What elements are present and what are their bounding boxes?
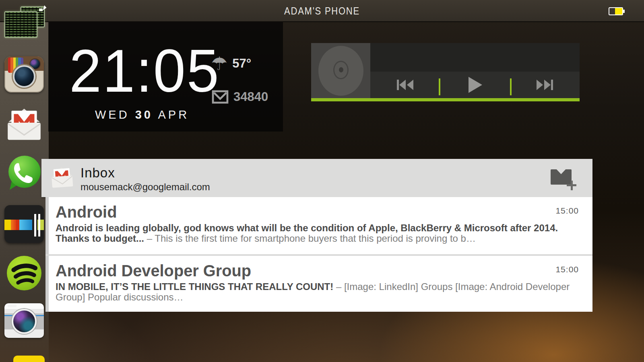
inbox-title: Inbox (80, 165, 115, 181)
email-time: 15:00 (555, 265, 579, 274)
email-snippet: – This is the first time for smartphone … (147, 233, 476, 244)
gmail-envelope-icon (212, 90, 229, 104)
clock-widget[interactable]: 21:05 WED 30 APR ☂ 57° 34840 (48, 22, 283, 132)
email-time: 15:00 (555, 206, 579, 216)
email-row[interactable]: Android Developer Group 15:00 IN MOBILE,… (49, 256, 592, 312)
gmail-app-icon[interactable] (4, 105, 44, 142)
email-sender: Android (56, 203, 117, 222)
email-preview: Android is leading globally, god knows w… (56, 223, 570, 244)
weather-summary[interactable]: ☂ 57° (211, 54, 251, 73)
previous-track-icon (396, 78, 415, 92)
home-screen: ADAM'S PHONE (0, 0, 644, 362)
gmail-widget-header[interactable]: Inbox mousemack@googlemail.com (41, 159, 592, 197)
playback-controls (370, 72, 580, 98)
playback-progress-bar[interactable] (311, 98, 580, 101)
battery-icon (609, 7, 623, 15)
spotify-app-icon[interactable] (4, 255, 44, 292)
terminal-app-icon[interactable] (4, 6, 44, 39)
camera-app-icon[interactable] (4, 303, 44, 338)
compose-new-email-icon (551, 169, 572, 185)
instagram-app-icon[interactable] (4, 56, 44, 93)
album-art[interactable] (311, 43, 370, 98)
email-preview: IN MOBILE, IT’S THE LITTLE THINGS THAT R… (56, 282, 570, 302)
gmail-inbox-widget: Inbox mousemack@googlemail.com Android 1… (41, 159, 592, 312)
play-icon (467, 76, 483, 94)
previous-track-button[interactable] (370, 72, 440, 98)
email-subject: IN MOBILE, IT’S THE LITTLE THINGS THAT R… (56, 281, 333, 292)
camera-lens-icon (12, 309, 37, 334)
battery-nub (623, 10, 625, 13)
next-track-button[interactable] (510, 72, 580, 98)
unread-mail-summary[interactable]: 34840 (212, 90, 268, 104)
umbrella-icon: ☂ (211, 54, 227, 73)
snapchat-app-icon-partial[interactable] (13, 356, 45, 362)
unread-count: 34840 (233, 90, 268, 104)
clock-date: WED 30 APR (95, 108, 189, 121)
temperature-label: 57° (232, 56, 251, 71)
whatsapp-app-icon[interactable] (4, 154, 44, 191)
email-list: Android 15:00 Android is leading globall… (45, 197, 592, 312)
next-track-icon (535, 78, 554, 92)
stitcher-app-icon[interactable] (4, 205, 44, 243)
gmail-envelope-icon (50, 165, 74, 189)
clock-time: 21:05 (69, 41, 220, 101)
track-info-area[interactable] (370, 43, 580, 72)
date-day: 30 (135, 108, 153, 121)
shutter-button-icon (8, 304, 17, 307)
compose-new-email-button[interactable] (551, 169, 577, 189)
control-divider (510, 78, 512, 95)
account-email: mousemack@googlemail.com (80, 181, 210, 193)
control-divider (439, 78, 440, 95)
camera-lens-icon (13, 65, 35, 88)
email-sender: Android Developer Group (56, 261, 251, 280)
music-player-widget (311, 43, 580, 101)
date-month: APR (158, 108, 189, 121)
date-weekday: WED (95, 108, 130, 121)
device-title: ADAM'S PHONE (39, 0, 605, 22)
email-row[interactable]: Android 15:00 Android is leading globall… (49, 197, 592, 254)
play-button[interactable] (440, 72, 510, 98)
status-bar: ADAM'S PHONE (0, 0, 644, 22)
